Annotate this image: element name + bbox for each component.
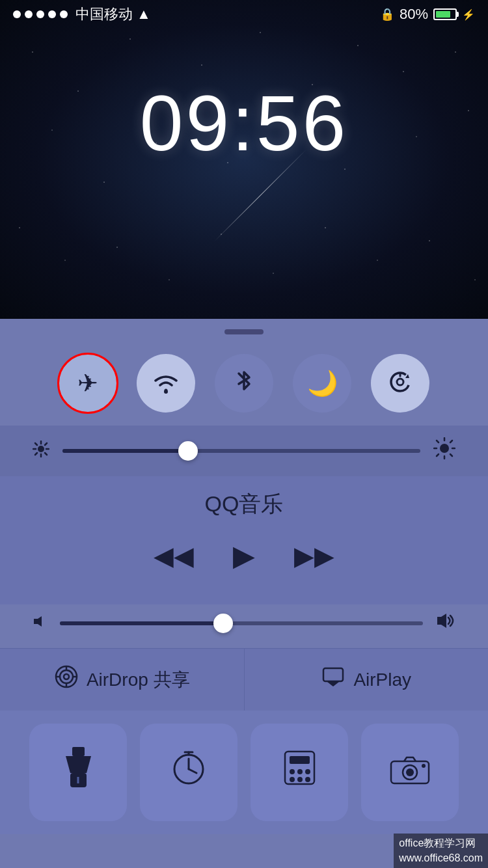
brightness-slider[interactable]	[62, 449, 420, 453]
svg-marker-34	[66, 756, 91, 773]
watermark-line2: www.office68.com	[399, 851, 483, 865]
watermark-line1: office教程学习网	[399, 836, 483, 850]
svg-point-53	[422, 764, 426, 768]
carrier-name: 中国移动	[75, 5, 133, 24]
battery-body	[433, 8, 457, 20]
svg-point-26	[64, 674, 69, 679]
svg-marker-23	[437, 614, 446, 628]
brightness-low-icon	[33, 441, 49, 462]
charge-icon: ⚡	[462, 8, 475, 21]
volume-fill	[60, 621, 223, 625]
airdrop-label: AirDrop 共享	[87, 668, 190, 692]
svg-rect-33	[72, 747, 85, 756]
svg-marker-32	[327, 682, 339, 686]
airdrop-airplay-row: AirDrop 共享 AirPlay	[0, 648, 488, 711]
wifi-toggle[interactable]	[137, 354, 195, 413]
airplay-icon	[321, 664, 346, 695]
airplay-button[interactable]: AirPlay	[245, 649, 489, 711]
volume-thumb[interactable]	[213, 614, 233, 633]
svg-rect-31	[323, 668, 343, 681]
svg-line-12	[35, 453, 37, 455]
svg-line-39	[189, 769, 197, 773]
volume-high-icon	[436, 611, 455, 635]
svg-line-20	[450, 441, 452, 442]
brightness-row	[0, 426, 488, 476]
svg-rect-43	[290, 756, 310, 764]
pull-handle[interactable]	[224, 329, 264, 334]
music-section: QQ音乐 ◀◀ ▶ ▶▶	[0, 476, 488, 604]
status-right: 🔒 80% ⚡	[380, 6, 475, 23]
rewind-button[interactable]: ◀◀	[154, 541, 194, 571]
rotation-lock-icon	[387, 369, 413, 398]
clock-time: 09:56	[0, 78, 488, 168]
status-left: 中国移动 ▲	[13, 5, 151, 24]
bluetooth-icon	[235, 367, 253, 400]
flashlight-icon	[61, 747, 96, 798]
svg-point-52	[406, 768, 414, 776]
lock-status-icon: 🔒	[380, 7, 394, 21]
wifi-icon	[152, 372, 180, 394]
volume-low-icon	[33, 614, 47, 632]
music-app-title: QQ音乐	[26, 489, 462, 519]
bluetooth-toggle[interactable]	[215, 354, 273, 413]
svg-point-48	[297, 777, 303, 782]
volume-row	[0, 604, 488, 648]
signal-dot-1	[13, 10, 21, 18]
play-button[interactable]: ▶	[233, 539, 255, 572]
svg-point-46	[305, 769, 310, 774]
signal-dot-5	[60, 10, 68, 18]
toggle-row: ✈ 🌙	[0, 347, 488, 426]
battery-fill	[436, 11, 450, 18]
svg-line-10	[45, 453, 47, 455]
control-center: ✈ 🌙	[0, 319, 488, 868]
airdrop-button[interactable]: AirDrop 共享	[0, 649, 245, 711]
bottom-apps-row	[0, 711, 488, 834]
brightness-thumb[interactable]	[178, 441, 198, 461]
airplane-icon: ✈	[77, 369, 98, 398]
svg-point-49	[305, 777, 310, 782]
signal-dot-4	[48, 10, 56, 18]
volume-slider[interactable]	[60, 621, 423, 625]
svg-point-2	[397, 379, 403, 385]
moon-icon: 🌙	[307, 369, 338, 398]
svg-line-18	[437, 441, 439, 442]
svg-line-9	[35, 443, 37, 445]
lock-screen: 中国移动 ▲ 🔒 80% ⚡ 09:56	[0, 0, 488, 319]
svg-line-21	[437, 454, 439, 456]
camera-shortcut[interactable]	[361, 724, 459, 821]
do-not-disturb-toggle[interactable]: 🌙	[293, 354, 351, 413]
svg-line-19	[450, 454, 452, 456]
svg-point-45	[297, 769, 303, 774]
timer-icon	[169, 748, 208, 796]
signal-dot-2	[25, 10, 33, 18]
music-controls: ◀◀ ▶ ▶▶	[26, 539, 462, 572]
svg-marker-22	[34, 616, 42, 627]
svg-point-47	[290, 777, 295, 782]
svg-point-4	[38, 446, 44, 452]
timer-shortcut[interactable]	[140, 724, 237, 821]
brightness-fill	[62, 449, 188, 453]
flashlight-shortcut[interactable]	[29, 724, 127, 821]
calculator-icon	[282, 748, 318, 796]
rotation-lock-toggle[interactable]	[371, 354, 429, 413]
battery-percent: 80%	[400, 6, 428, 23]
svg-point-13	[440, 444, 449, 453]
airdrop-icon	[54, 664, 79, 695]
battery-container	[433, 8, 457, 20]
signal-dot-3	[36, 10, 44, 18]
svg-point-25	[60, 670, 73, 683]
svg-point-44	[290, 769, 295, 774]
brightness-high-icon	[433, 437, 455, 465]
watermark: office教程学习网 www.office68.com	[394, 834, 488, 868]
calculator-shortcut[interactable]	[251, 724, 348, 821]
fast-forward-button[interactable]: ▶▶	[294, 541, 334, 571]
airplane-mode-toggle[interactable]: ✈	[59, 354, 117, 413]
airplay-label: AirPlay	[353, 670, 411, 690]
svg-line-11	[45, 443, 47, 445]
status-bar: 中国移动 ▲ 🔒 80% ⚡	[0, 0, 488, 29]
wifi-status-icon: ▲	[137, 6, 151, 23]
camera-icon	[390, 750, 430, 795]
svg-point-0	[164, 390, 168, 394]
